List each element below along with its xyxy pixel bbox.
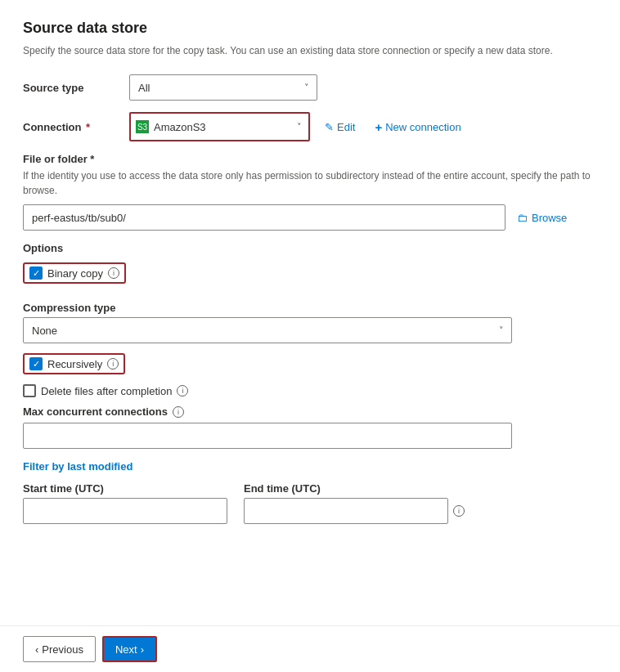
connection-select[interactable]: AmazonS3 [149,114,308,140]
binary-copy-checkbox[interactable] [29,267,43,280]
options-section: Options Binary copy i [23,242,597,293]
next-button[interactable]: Next › [102,636,157,662]
edit-button[interactable]: ✎ Edit [320,118,360,137]
binary-copy-row: Binary copy i [29,267,119,280]
file-folder-section: File or folder * If the identity you use… [23,153,597,231]
file-folder-label: File or folder * [23,153,597,165]
max-concurrent-input[interactable] [23,423,512,449]
filter-section: Filter by last modified Start time (UTC)… [23,460,597,524]
recursively-label: Recursively [47,358,102,370]
end-time-field: End time (UTC) i [244,482,465,524]
source-type-select[interactable]: All [129,74,317,101]
options-label: Options [23,242,597,254]
binary-copy-info-icon[interactable]: i [108,267,119,279]
page-title: Source data store [23,20,597,37]
connection-controls: S3 AmazonS3 ˅ ✎ Edit + New connection [129,112,466,141]
pencil-icon: ✎ [325,121,334,133]
connection-row: Connection * S3 AmazonS3 ˅ ✎ Edit + New … [23,112,597,141]
recursively-row: Recursively i [29,357,119,370]
delete-files-label: Delete files after completion [41,385,172,397]
connection-label: Connection * [23,121,129,133]
previous-button[interactable]: ‹ Previous [23,636,96,662]
folder-icon: 🗀 [517,212,528,224]
compression-section: Compression type None ˅ [23,302,597,343]
footer: ‹ Previous Next › [0,625,620,672]
compression-select[interactable]: None [23,317,512,343]
browse-button[interactable]: 🗀 Browse [512,208,572,227]
end-time-info-icon[interactable]: i [453,505,465,517]
start-time-input[interactable] [23,498,227,524]
max-concurrent-section: Max concurrent connections i [23,405,597,449]
start-time-label: Start time (UTC) [23,482,227,495]
compression-select-wrapper: None ˅ [23,317,512,343]
filter-label: Filter by last modified [23,460,597,473]
source-type-label: Source type [23,82,129,94]
delete-files-checkbox[interactable] [23,384,36,397]
start-time-field: Start time (UTC) [23,482,227,524]
delete-files-info-icon[interactable]: i [177,385,188,396]
amazon-s3-icon: S3 [136,120,149,133]
binary-copy-label: Binary copy [47,267,103,280]
new-connection-button[interactable]: + New connection [370,117,465,137]
end-time-input-row: i [244,498,465,524]
page-description: Specify the source data store for the co… [23,43,597,58]
max-concurrent-info-icon[interactable]: i [173,406,184,418]
file-path-input[interactable] [23,204,505,231]
max-concurrent-label: Max concurrent connections [23,405,168,418]
chevron-left-icon: ‹ [35,643,38,656]
source-type-row: Source type All ˅ [23,74,597,101]
plus-icon: + [375,120,382,134]
end-time-label: End time (UTC) [244,482,465,495]
end-time-input[interactable] [244,498,448,524]
file-folder-description: If the identity you use to access the da… [23,168,597,198]
compression-label: Compression type [23,302,597,314]
file-folder-input-row: 🗀 Browse [23,204,597,231]
source-type-select-wrapper: All ˅ [129,74,317,101]
recursively-checkbox[interactable] [29,357,43,370]
time-row: Start time (UTC) End time (UTC) i [23,482,597,524]
recursively-info-icon[interactable]: i [107,358,119,370]
chevron-right-icon: › [141,643,144,656]
delete-files-row: Delete files after completion i [23,384,597,397]
